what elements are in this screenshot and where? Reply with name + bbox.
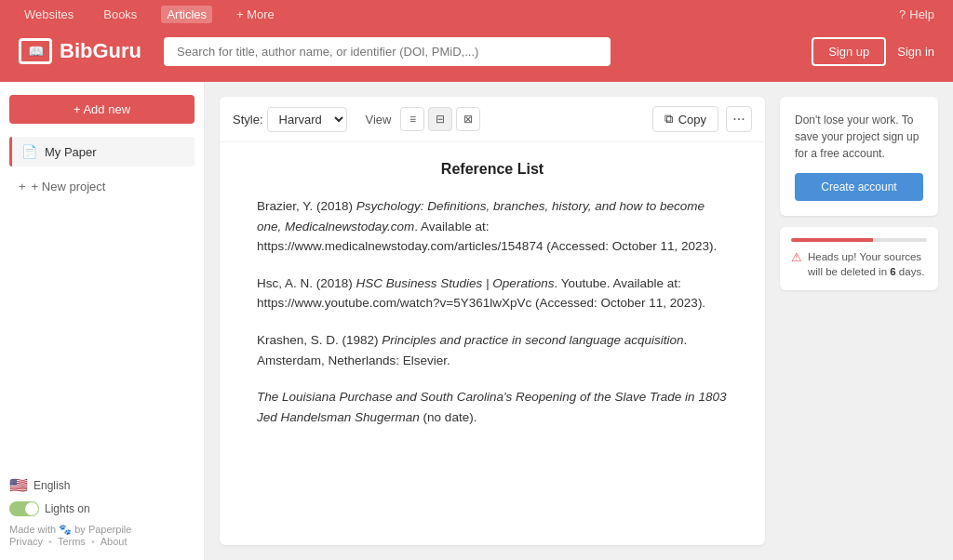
create-account-button[interactable]: Create account	[795, 173, 923, 201]
privacy-link[interactable]: Privacy	[9, 536, 43, 547]
header-top-nav: Websites Books Articles + More ? Help	[0, 0, 953, 29]
nav-books[interactable]: Books	[98, 6, 142, 23]
my-paper-item[interactable]: 📄 My Paper	[9, 137, 195, 167]
cta-text: Don't lose your work. To save your proje…	[795, 112, 923, 162]
new-project-link[interactable]: + + New project	[9, 172, 195, 201]
copy-icon: ⧉	[664, 112, 673, 127]
header: Websites Books Articles + More ? Help 📖 …	[0, 0, 953, 82]
view-list-icon[interactable]: ≡	[400, 107, 424, 131]
view-icons: ≡ ⊟ ⊠	[400, 107, 480, 131]
view-compact-icon[interactable]: ⊠	[456, 107, 480, 131]
right-panel: Don't lose your work. To save your proje…	[780, 97, 938, 545]
toolbar-right: ⧉ Copy ···	[652, 106, 752, 132]
flag-icon: 🇺🇸	[9, 476, 28, 494]
style-selector: Style: Harvard APA MLA Chicago	[233, 107, 347, 132]
reference-body: Reference List Brazier, Y. (2018) Psycho…	[220, 142, 765, 462]
more-options-button[interactable]: ···	[726, 106, 752, 132]
style-select-input[interactable]: Harvard APA MLA Chicago	[267, 107, 347, 132]
logo: 📖 BibGuru	[19, 38, 149, 64]
main-layout: + Add new 📄 My Paper + + New project 🇺🇸 …	[0, 82, 953, 560]
nav-more[interactable]: + More	[231, 6, 280, 23]
book-icon: 📖	[28, 44, 44, 59]
reference-entry-3: Krashen, S. D. (1982) Principles and pra…	[257, 330, 728, 370]
my-paper-label: My Paper	[45, 145, 97, 159]
sign-in-button[interactable]: Sign in	[897, 45, 934, 59]
copy-button[interactable]: ⧉ Copy	[652, 106, 718, 132]
search-bar	[164, 37, 611, 66]
reference-entry-4: The Louisiana Purchase and South Carolin…	[257, 387, 728, 427]
cta-box: Don't lose your work. To save your proje…	[780, 97, 938, 216]
warning-icon: ⚠	[791, 249, 802, 266]
warning-box: ⚠ Heads up! Your sources will be deleted…	[780, 227, 938, 290]
made-with: Made with 🐾 by Paperpile	[9, 524, 195, 536]
help-link[interactable]: ? Help	[899, 7, 934, 21]
reference-toolbar: Style: Harvard APA MLA Chicago View ≡ ⊟ …	[220, 97, 765, 142]
warning-text: ⚠ Heads up! Your sources will be deleted…	[791, 249, 927, 279]
reference-panel: Style: Harvard APA MLA Chicago View ≡ ⊟ …	[220, 97, 765, 545]
sidebar: + Add new 📄 My Paper + + New project 🇺🇸 …	[0, 82, 205, 560]
days-count: 6	[890, 266, 895, 277]
warning-progress-bar	[791, 238, 927, 242]
help-icon: ?	[899, 7, 906, 21]
plus-icon: +	[19, 180, 26, 193]
add-new-button[interactable]: + Add new	[9, 95, 195, 124]
logo-icon: 📖	[19, 38, 52, 64]
search-input[interactable]	[164, 37, 611, 66]
view-label: View	[366, 113, 392, 127]
warning-message: Heads up! Your sources will be deleted i…	[808, 249, 927, 279]
terms-link[interactable]: Terms	[58, 536, 86, 547]
paper-icon: 📄	[21, 144, 37, 159]
nav-websites[interactable]: Websites	[19, 6, 79, 23]
sign-up-button[interactable]: Sign up	[812, 37, 886, 66]
nav-articles[interactable]: Articles	[161, 6, 212, 23]
language-toggle[interactable]: 🇺🇸 English	[9, 476, 195, 494]
logo-text: BibGuru	[60, 39, 141, 63]
footer-links: Privacy • Terms • About	[9, 536, 195, 547]
toggle-knob	[25, 502, 38, 515]
lights-toggle[interactable]: Lights on	[9, 501, 195, 516]
header-bottom: 📖 BibGuru Sign up Sign in	[0, 29, 953, 73]
sidebar-footer: 🇺🇸 English Lights on Made with 🐾 by Pape…	[9, 467, 195, 547]
reference-entry-1: Brazier, Y. (2018) Psychology: Definitio…	[257, 196, 728, 257]
view-card-icon[interactable]: ⊟	[428, 107, 452, 131]
reference-entry-2: Hsc, A. N. (2018) HSC Business Studies |…	[257, 273, 728, 313]
content-area: Style: Harvard APA MLA Chicago View ≡ ⊟ …	[205, 82, 953, 560]
top-nav: Websites Books Articles + More	[19, 6, 280, 23]
lights-switch[interactable]	[9, 501, 39, 516]
auth-buttons: Sign up Sign in	[812, 37, 934, 66]
about-link[interactable]: About	[101, 536, 128, 547]
reference-list-title: Reference List	[257, 161, 728, 178]
